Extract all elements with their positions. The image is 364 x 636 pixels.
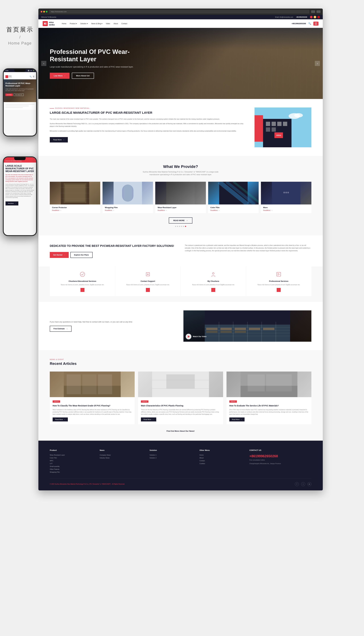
about-section: Suzhou Minosenko New Material LARGE-SCAL… bbox=[38, 99, 323, 156]
product-link-arrow-1: → bbox=[60, 210, 62, 211]
products-read-more-button[interactable]: READ MORE → bbox=[169, 218, 192, 224]
footer-link-contact[interactable]: Contact bbox=[200, 460, 241, 462]
phone2-title: LARGE-SCALE MANUFACTURER OF PVC WEAR-RES… bbox=[4, 162, 36, 174]
product-link-3[interactable]: ReadMore → bbox=[158, 210, 204, 211]
product-link-arrow-5: → bbox=[271, 210, 272, 211]
service-card-4: Professional Services Nusco nisi viverra… bbox=[246, 266, 312, 296]
svg-rect-1 bbox=[45, 23, 46, 24]
video-play-button[interactable]: Watch Our Video bbox=[186, 334, 206, 340]
phone2-read-more-button[interactable]: Read More → bbox=[6, 201, 18, 206]
news-read-more-2[interactable]: Read More → bbox=[141, 418, 156, 422]
svg-point-36 bbox=[212, 272, 214, 274]
svg-rect-20 bbox=[65, 184, 85, 202]
dot-5[interactable] bbox=[183, 226, 184, 227]
phone2-body: Suzhou Minosenko New Material Technology… bbox=[4, 184, 36, 200]
dot-2[interactable] bbox=[177, 226, 178, 227]
hero-about-button[interactable]: More About Us! bbox=[72, 73, 94, 79]
social-twitter[interactable]: t bbox=[301, 482, 305, 486]
product-card-5: ••• More ReadMore → bbox=[261, 182, 312, 213]
topbar-icon-3[interactable] bbox=[317, 16, 320, 18]
dedicated-get-started-button[interactable]: Get Started → bbox=[50, 252, 69, 258]
dot-3[interactable] bbox=[179, 226, 180, 227]
about-text-2: Suzhou Minosenko New Material Technology… bbox=[50, 122, 246, 128]
footer-link-home[interactable]: Home bbox=[200, 454, 241, 456]
browser-address-bar[interactable]: https://minosenko.com bbox=[49, 10, 310, 14]
dedicated-explore-plans-button[interactable]: Explore Our Plans bbox=[70, 252, 92, 258]
nav-link-solution[interactable]: Solution ▾ bbox=[80, 22, 88, 24]
dot-1[interactable] bbox=[175, 226, 176, 227]
footer-link-wrapping[interactable]: Wrapping Film bbox=[50, 471, 91, 473]
video-box[interactable]: Watch Our Video bbox=[184, 310, 312, 342]
social-facebook[interactable]: f bbox=[295, 482, 299, 486]
footer-link-wear[interactable]: Wear-Resistant Layer bbox=[50, 454, 91, 456]
about-text-1: The main raw material of the wear-resist… bbox=[50, 118, 246, 120]
footer-link-color[interactable]: Color Film bbox=[50, 457, 91, 459]
browser-dot-minimize[interactable] bbox=[43, 11, 45, 12]
service-name-4: Professional Services bbox=[250, 280, 308, 282]
svg-rect-59 bbox=[67, 374, 81, 394]
browser-dot-fullscreen[interactable] bbox=[46, 11, 48, 12]
product-name-1: Corner Protector bbox=[52, 206, 98, 208]
browser-dot-close[interactable] bbox=[41, 11, 42, 12]
footer-link-wpc[interactable]: WPC bbox=[50, 460, 91, 462]
browser-action-1[interactable] bbox=[311, 10, 315, 13]
phone-menu-icon[interactable]: ☰ bbox=[33, 76, 34, 78]
service-arrow-1[interactable]: → bbox=[80, 288, 84, 292]
about-left: Suzhou Minosenko New Material LARGE-SCAL… bbox=[50, 108, 246, 142]
footer-link-cookies[interactable]: Cookies bbox=[200, 463, 241, 464]
service-arrow-4[interactable]: → bbox=[277, 288, 281, 292]
about-right: mino 25 Years Of Experience bbox=[254, 108, 312, 147]
nav-link-video[interactable]: Video bbox=[106, 22, 110, 24]
phone-nav: mino senko 🔍 ☰ bbox=[4, 72, 36, 79]
footer-social: f t in bbox=[295, 482, 312, 486]
nav-menu-button[interactable] bbox=[314, 22, 318, 26]
about-text-3: Minosenko is dedicated to providing high… bbox=[50, 130, 246, 132]
news-read-more-3[interactable]: Read More → bbox=[229, 418, 244, 422]
browser-dots bbox=[41, 11, 48, 12]
free-estimate-button[interactable]: Free Estimate → bbox=[50, 326, 72, 332]
footer-link-company-news[interactable]: Company News bbox=[100, 454, 141, 456]
footer-link-small[interactable]: Small quantity bbox=[50, 466, 91, 467]
nav-logo[interactable]: mino senko bbox=[43, 21, 54, 26]
products-pagination bbox=[50, 226, 312, 227]
nav-link-home[interactable]: Home bbox=[62, 22, 66, 24]
dot-4[interactable] bbox=[181, 226, 182, 227]
topbar-icon-2[interactable] bbox=[314, 16, 316, 18]
phone-learn-button[interactable]: Lear More bbox=[6, 94, 13, 96]
footer-address: Changshangshu Minosenko ltd., Jiangsu Pr… bbox=[250, 462, 312, 465]
hero-learn-more-button[interactable]: Lear More → bbox=[50, 73, 70, 79]
nav-link-news[interactable]: News & Blog ▾ bbox=[91, 22, 102, 24]
svg-rect-0 bbox=[44, 23, 45, 24]
footer-link-solution-1[interactable]: Solution 1 bbox=[150, 454, 191, 456]
nav-search-icon[interactable]: 🔍 bbox=[308, 22, 311, 25]
hero-next-button[interactable]: › bbox=[315, 61, 320, 66]
nav-link-about[interactable]: About bbox=[114, 22, 118, 24]
service-arrow-2[interactable]: → bbox=[146, 288, 150, 292]
phone-search-icon[interactable]: 🔍 bbox=[30, 76, 32, 78]
news-more-link[interactable]: Find Out More About Our News! bbox=[50, 430, 312, 432]
footer-links-solution: Solution 1 Solution 2 bbox=[150, 454, 191, 459]
browser-action-2[interactable] bbox=[316, 10, 320, 13]
nav-link-product[interactable]: Product ▾ bbox=[70, 22, 77, 24]
news-read-more-1[interactable]: Read More → bbox=[52, 418, 68, 422]
products-section: What We Provide? Suzhou Minosenko New Ma… bbox=[38, 156, 323, 236]
social-linkedin[interactable]: in bbox=[308, 482, 312, 486]
svg-rect-53 bbox=[263, 328, 274, 330]
product-link-2[interactable]: ReadMore → bbox=[105, 210, 151, 211]
hero-prev-button[interactable]: ‹ bbox=[41, 61, 46, 66]
nav-link-contact[interactable]: Contact bbox=[122, 22, 127, 24]
service-arrow-3[interactable]: → bbox=[211, 288, 215, 292]
footer-link-industry-news[interactable]: Industry News bbox=[100, 457, 141, 459]
product-link-5[interactable]: ReadMore → bbox=[263, 210, 309, 211]
footer-link-lvt[interactable]: LVT bbox=[50, 463, 91, 464]
product-link-1[interactable]: ReadMore → bbox=[52, 210, 98, 211]
footer-link-solution-2[interactable]: Solution 2 bbox=[150, 457, 191, 459]
dot-6[interactable] bbox=[185, 226, 186, 227]
topbar-icon-1[interactable] bbox=[310, 16, 312, 18]
footer-link-about[interactable]: About bbox=[200, 457, 241, 459]
footer-link-patents[interactable]: Other Patents bbox=[50, 468, 91, 470]
about-read-more-button[interactable]: Read More → bbox=[50, 137, 68, 142]
phone-about-button[interactable]: More About Us! bbox=[14, 94, 24, 96]
product-link-4[interactable]: ReadMore → bbox=[210, 210, 256, 211]
footer-col-contact: CONTACT US +86199962650268 Free consulta… bbox=[250, 449, 312, 473]
